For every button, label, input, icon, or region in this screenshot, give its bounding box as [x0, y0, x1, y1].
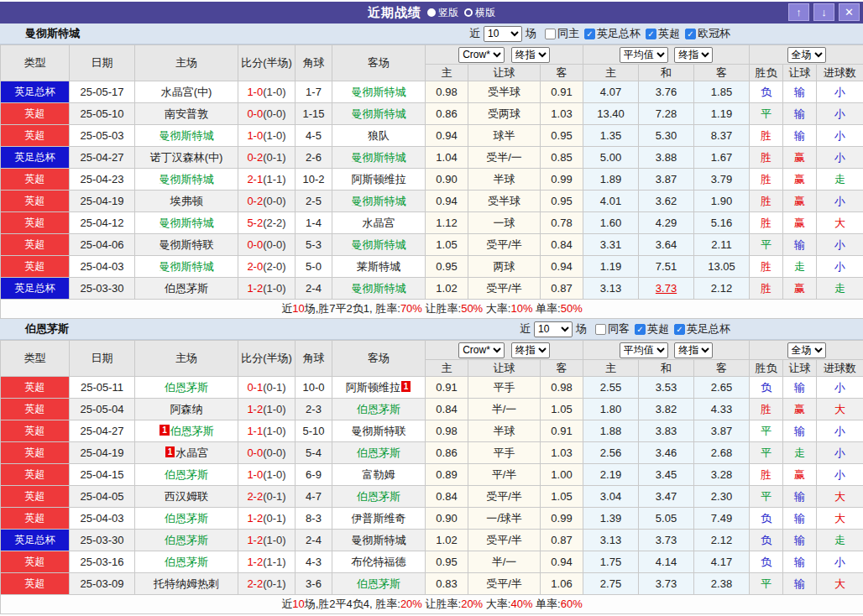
result-handicap: 赢 — [783, 191, 817, 212]
result-goals: 大 — [817, 212, 863, 234]
odds-value: 4.07 — [600, 86, 621, 98]
layout-radio-horizontal[interactable]: 横版 — [464, 6, 495, 20]
odds-value: 4.17 — [711, 556, 732, 568]
filter-checkbox[interactable]: ✓欧冠杯 — [685, 26, 730, 41]
odds-value: 3.87 — [656, 173, 677, 185]
asian-home-odds: 0.89 — [426, 464, 468, 486]
euro-away-odds: 2.68 — [694, 442, 750, 464]
euro-draw-odds: 3.83 — [639, 420, 694, 442]
result-goals: 小 — [817, 234, 863, 256]
recent-results-window: 近期战绩 竖版横版 ↑↓✕ 曼彻斯特城 近 10 场 同主✓英足总杯✓英超✓欧冠… — [0, 0, 863, 614]
asian-home-odds: 0.95 — [426, 256, 468, 278]
asian-home-odds: 0.84 — [426, 486, 468, 508]
asian-handicap: 半球 — [468, 420, 541, 442]
euro-home-odds: 13.40 — [583, 103, 639, 125]
match-date: 25-04-27 — [70, 147, 135, 169]
fulltime-score: 1-2 — [247, 282, 263, 295]
move-down-button[interactable]: ↓ — [813, 3, 834, 21]
odds-value: 1.60 — [600, 217, 621, 229]
asian-home-odds: 0.94 — [426, 191, 468, 212]
match-count-select[interactable]: 10 — [484, 26, 522, 42]
result-winloss: 平 — [750, 103, 783, 125]
move-up-button[interactable]: ↑ — [788, 3, 809, 21]
col-type: 类型 — [1, 45, 70, 81]
col-home: 主场 — [135, 341, 238, 377]
close-button[interactable]: ✕ — [839, 3, 860, 21]
scope-select[interactable]: 全场 — [787, 342, 826, 358]
euro-home-odds: 3.13 — [583, 278, 639, 300]
result-goals: 大 — [817, 486, 863, 508]
col-asian-handicap: 让球 — [468, 65, 541, 81]
result-winloss: 胜 — [750, 399, 783, 420]
scope-select[interactable]: 全场 — [787, 47, 826, 63]
col-winloss: 胜负 — [750, 360, 783, 377]
checkbox-icon[interactable]: ✓ — [635, 324, 646, 335]
result-winloss: 胜 — [750, 125, 783, 147]
result-goals: 小 — [817, 191, 863, 212]
match-type-badge: 英足总杯 — [1, 530, 70, 551]
away-team: 狼队 — [332, 125, 426, 147]
euro-draw-odds: 4.29 — [639, 212, 694, 234]
asian-away-odds: 0.78 — [541, 212, 583, 234]
euro-avg-select[interactable]: 平均值 — [620, 47, 668, 63]
filter-checkbox[interactable]: ✓英超 — [635, 321, 669, 337]
away-team: 伯恩茅斯 — [332, 399, 426, 420]
away-team: 伯恩茅斯 — [332, 486, 426, 508]
match-count-select[interactable]: 10 — [534, 321, 573, 337]
checkbox-icon[interactable]: ✓ — [685, 29, 696, 39]
asian-away-odds: 0.91 — [541, 420, 583, 442]
filter-checkbox[interactable]: 同主 — [545, 26, 579, 41]
asian-stage-select[interactable]: 终指 — [511, 342, 550, 358]
home-team: 伯恩茅斯 — [135, 278, 238, 300]
scope-select-cell: 全场 — [750, 45, 863, 65]
col-away: 客场 — [332, 45, 426, 81]
filter-checkbox[interactable]: ✓英超 — [646, 26, 680, 41]
euro-draw-odds: 3.62 — [639, 191, 694, 212]
home-team-name: 托特纳姆热刺 — [154, 577, 219, 590]
result-goals: 小 — [817, 442, 863, 464]
euro-stage-select[interactable]: 终指 — [674, 342, 713, 358]
euro-stage-select[interactable]: 终指 — [674, 47, 713, 63]
bookmaker-select[interactable]: Crow* — [458, 47, 505, 63]
odds-value: 3.82 — [656, 403, 677, 415]
checkbox-icon[interactable] — [595, 324, 606, 335]
match-type-badge: 英超 — [1, 377, 70, 399]
score-cell: 1-0(1-0) — [238, 81, 296, 103]
team-section-header: 曼彻斯特城 近 10 场 同主✓英足总杯✓英超✓欧冠杯 — [0, 23, 863, 44]
filter-checkbox[interactable]: ✓英足总杯 — [674, 321, 730, 337]
asian-handicap: 半/一 — [468, 399, 541, 420]
asian-away-odds: 0.95 — [541, 191, 583, 212]
odds-value: 1.39 — [600, 512, 621, 525]
checkbox-label: 英足总杯 — [597, 26, 641, 41]
match-date: 25-04-05 — [70, 486, 135, 508]
match-type-badge: 英超 — [1, 103, 70, 125]
asian-home-odds: 0.95 — [426, 551, 468, 573]
fulltime-score: 1-2 — [247, 556, 263, 568]
result-goals: 小 — [817, 420, 863, 442]
filter-checkbox[interactable]: ✓英足总杯 — [584, 26, 641, 41]
checkbox-icon[interactable] — [545, 29, 556, 39]
asian-stage-select[interactable]: 终指 — [511, 47, 550, 63]
fulltime-score: 2-0 — [247, 260, 263, 273]
match-row: 英足总杯25-03-30伯恩茅斯1-2(1-0)2-4曼彻斯特城1.02受平/半… — [1, 530, 863, 551]
home-team-name: 南安普敦 — [165, 107, 208, 120]
odds-value: 2.19 — [600, 468, 621, 481]
result-winloss: 胜 — [750, 169, 783, 191]
checkbox-icon[interactable]: ✓ — [674, 324, 685, 335]
away-team-name: 伊普斯维奇 — [352, 512, 406, 525]
checkbox-icon[interactable]: ✓ — [584, 29, 595, 39]
filter-checkbox[interactable]: 同客 — [595, 321, 630, 337]
home-team-name: 阿森纳 — [170, 403, 203, 415]
fulltime-score: 1-2 — [247, 403, 263, 415]
euro-home-odds: 4.07 — [583, 81, 639, 103]
home-team: 伯恩茅斯 — [135, 377, 238, 399]
euro-away-odds: 7.49 — [694, 508, 750, 530]
euro-avg-select[interactable]: 平均值 — [620, 342, 668, 358]
odds-value: 5.00 — [600, 151, 621, 164]
corner-count: 5-0 — [296, 256, 332, 278]
col-asian-away: 客 — [541, 65, 583, 81]
bookmaker-select[interactable]: Crow* — [458, 342, 505, 358]
layout-radio-vertical[interactable]: 竖版 — [427, 6, 458, 20]
checkbox-icon[interactable]: ✓ — [646, 29, 656, 39]
fulltime-score: 1-2 — [247, 512, 263, 525]
